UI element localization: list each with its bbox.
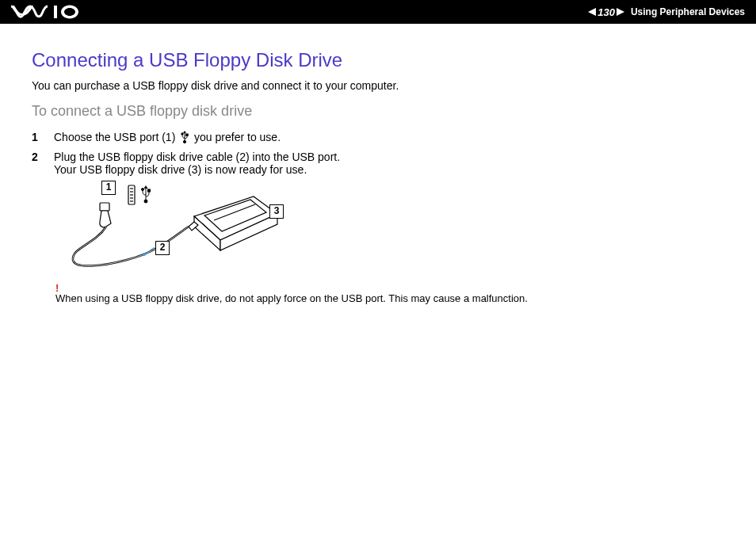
- header-bar: 130 Using Peripheral Devices: [0, 0, 756, 24]
- intro-text: You can purchase a USB floppy disk drive…: [32, 79, 724, 92]
- header-nav: 130 Using Peripheral Devices: [588, 6, 745, 18]
- svg-point-17: [142, 189, 144, 191]
- nav-next-icon[interactable]: [617, 8, 624, 16]
- svg-rect-7: [186, 134, 188, 135]
- diagram-callout-3: 3: [269, 204, 284, 219]
- svg-rect-0: [54, 6, 57, 18]
- vaio-logo: [11, 5, 82, 19]
- svg-rect-18: [148, 189, 151, 192]
- nav-prev-icon[interactable]: [588, 8, 596, 16]
- step-list: 1 Choose the USB port (1): [32, 131, 724, 176]
- step-text: Plug the USB floppy disk drive cable (2)…: [54, 151, 724, 176]
- diagram-callout-1: 1: [101, 181, 116, 195]
- procedure-title: To connect a USB floppy disk drive: [32, 103, 724, 120]
- step-number: 2: [32, 151, 54, 163]
- connection-diagram: 1 2 3: [55, 181, 325, 276]
- step-item: 2 Plug the USB floppy disk drive cable (…: [32, 151, 724, 176]
- svg-marker-16: [144, 185, 148, 189]
- svg-marker-1: [588, 8, 596, 16]
- svg-point-15: [144, 200, 147, 203]
- step-item: 1 Choose the USB port (1): [32, 131, 724, 146]
- page-title: Connecting a USB Floppy Disk Drive: [32, 49, 724, 71]
- page-number: 130: [598, 6, 615, 18]
- step-number: 1: [32, 131, 54, 143]
- step-text: Choose the USB port (1): [54, 131, 724, 146]
- warning-text: When using a USB floppy disk drive, do n…: [55, 292, 528, 304]
- warning-note: ! When using a USB floppy disk drive, do…: [55, 282, 724, 304]
- svg-point-21: [143, 253, 146, 256]
- svg-point-6: [181, 133, 183, 135]
- svg-rect-19: [100, 203, 109, 211]
- section-title: Using Peripheral Devices: [631, 6, 745, 17]
- svg-point-4: [184, 140, 186, 143]
- page-content: Connecting a USB Floppy Disk Drive You c…: [0, 24, 756, 304]
- document-page: 130 Using Peripheral Devices Connecting …: [0, 0, 756, 534]
- usb-icon: [180, 131, 189, 146]
- svg-marker-2: [617, 8, 624, 16]
- diagram-callout-2: 2: [155, 241, 170, 255]
- svg-marker-5: [183, 131, 186, 133]
